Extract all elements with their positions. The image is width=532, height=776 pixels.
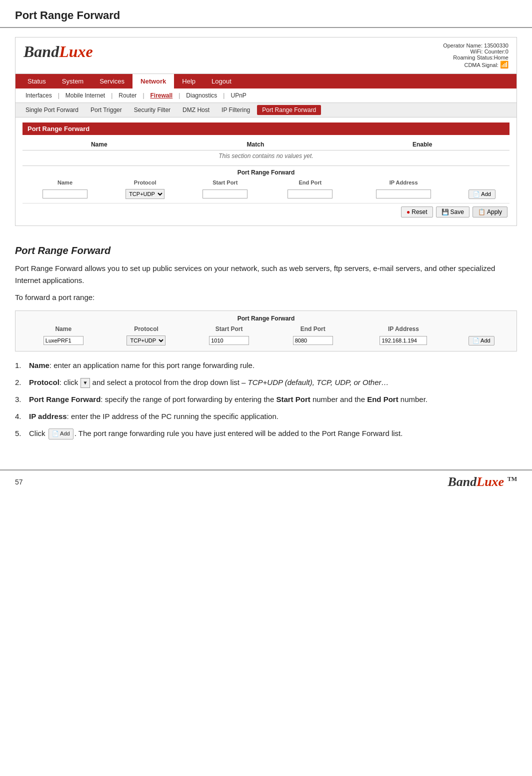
- sub-nav-interfaces[interactable]: Interfaces: [20, 90, 57, 100]
- ex-col-end-port: End Port: [271, 324, 355, 334]
- example-box: Port Range Forward Name Protocol Start P…: [15, 310, 517, 352]
- footer-brand: BandLuxe TM: [448, 474, 517, 490]
- apply-icon: 📋: [478, 208, 486, 216]
- signal-icon: 📶: [500, 60, 508, 68]
- page-number: 57: [15, 478, 23, 486]
- form-input-start-port[interactable]: [202, 190, 248, 198]
- ex-col-name: Name: [22, 324, 106, 334]
- btn-row: ● Reset 💾 Save 📋 Apply: [22, 203, 510, 220]
- steps-list: 1. Name: enter an application name for t…: [15, 360, 517, 440]
- fw-nav-port-trigger[interactable]: Port Trigger: [86, 105, 127, 115]
- router-ui-box: BandLuxe Operator Name: 13500330 WiFi: C…: [15, 37, 517, 226]
- step5-add-button: 📄 Add: [48, 428, 74, 440]
- doc-content: Port Range Forward Port Range Forward al…: [0, 235, 532, 454]
- form-col-protocol: Protocol: [108, 178, 182, 187]
- step5-add-icon: 📄: [52, 430, 59, 436]
- step-5: 5. Click 📄 Add . The port range forwardi…: [15, 428, 517, 440]
- form-col-start-port: Start Port: [182, 178, 268, 187]
- step3-bold3: End Port: [367, 395, 398, 404]
- cdma-signal: CDMA Signal: 📶: [443, 60, 508, 68]
- example-row: TCP+UDP TCP UDP Other 📄 Add: [22, 334, 510, 347]
- step4-bold: IP address: [29, 412, 67, 420]
- prf-form-section-title: Port Range Forward: [22, 166, 510, 178]
- step2-bold: Protocol: [29, 378, 60, 386]
- page-title: Port Range Forward: [15, 9, 120, 22]
- save-icon: 💾: [442, 208, 449, 216]
- nav-item-services[interactable]: Services: [92, 74, 132, 88]
- nav-bar: Status System Services Network Help Logo…: [16, 74, 516, 88]
- ex-input-ip[interactable]: [380, 336, 427, 345]
- step-3: 3. Port Range Forward: specify the range…: [15, 394, 517, 406]
- doc-para1: Port Range Forward allows you to set up …: [15, 262, 517, 286]
- add-icon: 📄: [473, 191, 480, 197]
- nav-item-network[interactable]: Network: [132, 74, 174, 88]
- save-button[interactable]: 💾 Save: [436, 206, 470, 218]
- trademark: TM: [508, 476, 517, 482]
- example-table: Name Protocol Start Port End Port IP Add…: [22, 324, 510, 347]
- page-footer: 57 BandLuxe TM: [0, 470, 532, 494]
- protocol-options: TCP+UDP (default), TCP, UDP, or Other…: [248, 378, 389, 386]
- dropdown-arrow-icon: ▼: [80, 378, 90, 388]
- apply-button[interactable]: 📋 Apply: [472, 206, 508, 218]
- step3-bold2: Start Port: [276, 395, 310, 404]
- section-title-bar: Port Range Forward: [22, 122, 510, 135]
- ex-select-protocol[interactable]: TCP+UDP TCP UDP Other: [126, 336, 166, 346]
- form-input-name[interactable]: [42, 190, 88, 198]
- wifi-counter: WiFi: Counter:0: [443, 48, 508, 54]
- nav-item-logout[interactable]: Logout: [204, 74, 240, 88]
- ex-col-protocol: Protocol: [106, 324, 188, 334]
- router-header: BandLuxe Operator Name: 13500330 WiFi: C…: [16, 38, 516, 74]
- ex-col-ip: IP Address: [354, 324, 452, 334]
- ex-input-name[interactable]: [44, 336, 84, 345]
- example-title: Port Range Forward: [22, 315, 510, 324]
- step-4: 4. IP address: enter the IP address of t…: [15, 410, 517, 422]
- fw-nav-ip-filtering[interactable]: IP Filtering: [216, 105, 255, 115]
- sub-nav-diagnostics[interactable]: Diagnostics: [181, 90, 222, 100]
- form-col-add: [454, 178, 510, 187]
- doc-section-title: Port Range Forward: [15, 245, 517, 256]
- col-header-enable: Enable: [335, 139, 510, 150]
- brand-logo: BandLuxe: [24, 42, 93, 61]
- form-input-ip-address[interactable]: [376, 190, 431, 198]
- fw-nav-port-range-forward[interactable]: Port Range Forward: [257, 105, 321, 115]
- ex-add-icon: 📄: [472, 338, 480, 344]
- sub-nav: Interfaces | Mobile Internet | Router | …: [16, 88, 516, 103]
- form-input-end-port[interactable]: [288, 190, 332, 198]
- operator-info: Operator Name: 13500330 WiFi: Counter:0 …: [443, 42, 508, 68]
- step1-bold: Name: [29, 361, 50, 370]
- nav-item-help[interactable]: Help: [174, 74, 204, 88]
- form-select-protocol[interactable]: TCP+UDP TCP UDP Other: [126, 189, 164, 199]
- col-header-match: Match: [176, 139, 335, 150]
- prf-main-table: Name Match Enable This section contains …: [22, 139, 510, 162]
- ex-input-end-port[interactable]: [293, 336, 333, 345]
- sub-nav-router[interactable]: Router: [114, 90, 142, 100]
- empty-message: This section contains no values yet.: [22, 150, 510, 162]
- form-col-name: Name: [22, 178, 108, 187]
- page-header: Port Range Forward: [0, 0, 532, 28]
- nav-item-system[interactable]: System: [54, 74, 92, 88]
- ex-col-start-port: Start Port: [187, 324, 271, 334]
- sub-nav-upnp[interactable]: UPnP: [226, 90, 251, 100]
- col-header-name: Name: [22, 139, 176, 150]
- nav-item-status[interactable]: Status: [20, 74, 54, 88]
- doc-sub-heading: To forward a port range:: [15, 292, 517, 304]
- sub-nav-mobile-internet[interactable]: Mobile Internet: [60, 90, 110, 100]
- roaming-status: Roaming Status:Home: [443, 54, 508, 60]
- step3-bold: Port Range Forward: [29, 395, 100, 404]
- prf-form-table: Name Protocol Start Port End Port IP Add…: [22, 178, 510, 201]
- form-col-ip-address: IP Address: [352, 178, 454, 187]
- reset-button[interactable]: ● Reset: [401, 206, 433, 218]
- operator-name: Operator Name: 13500330: [443, 42, 508, 48]
- fw-nav-security-filter[interactable]: Security Filter: [129, 105, 176, 115]
- step-2: 2. Protocol: click ▼ and select a protoc…: [15, 376, 517, 388]
- add-button[interactable]: 📄 Add: [468, 190, 496, 199]
- step-1: 1. Name: enter an application name for t…: [15, 360, 517, 372]
- step5-click-text: Click: [29, 429, 46, 438]
- fw-nav-dmz-host[interactable]: DMZ Host: [178, 105, 214, 115]
- fw-nav: Single Port Forward Port Trigger Securit…: [16, 103, 516, 118]
- ex-add-button[interactable]: 📄 Add: [468, 336, 494, 346]
- sub-nav-firewall[interactable]: Firewall: [146, 90, 178, 100]
- form-col-end-port: End Port: [268, 178, 352, 187]
- ex-input-start-port[interactable]: [209, 336, 249, 345]
- fw-nav-single-port-forward[interactable]: Single Port Forward: [20, 105, 84, 115]
